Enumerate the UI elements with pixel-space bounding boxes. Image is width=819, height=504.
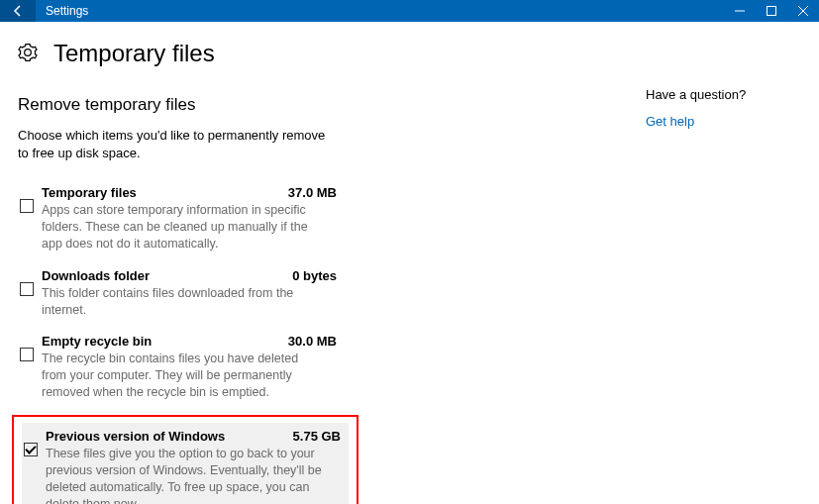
item-name: Empty recycle bin bbox=[42, 334, 152, 349]
svg-rect-1 bbox=[768, 7, 776, 16]
get-help-link[interactable]: Get help bbox=[646, 114, 801, 129]
page-title: Temporary files bbox=[53, 40, 215, 67]
list-item[interactable]: Downloads folder0 bytes This folder cont… bbox=[18, 262, 345, 329]
checkbox[interactable] bbox=[20, 282, 34, 296]
highlighted-region: Previous version of Windows5.75 GB These… bbox=[12, 415, 358, 504]
item-size: 37.0 MB bbox=[288, 185, 337, 200]
section-heading: Remove temporary files bbox=[18, 95, 622, 115]
maximize-button[interactable] bbox=[756, 0, 787, 22]
list-item[interactable]: Temporary files37.0 MB Apps can store te… bbox=[18, 179, 345, 262]
item-desc: The recycle bin contains files you have … bbox=[42, 351, 319, 401]
item-size: 0 bytes bbox=[292, 268, 337, 283]
checkbox[interactable] bbox=[24, 443, 38, 456]
gear-icon bbox=[18, 43, 38, 65]
section-instruction: Choose which items you'd like to permane… bbox=[18, 127, 335, 161]
item-size: 5.75 GB bbox=[293, 429, 341, 444]
checkbox[interactable] bbox=[20, 199, 34, 213]
checkbox[interactable] bbox=[20, 348, 34, 361]
back-button[interactable] bbox=[0, 0, 36, 22]
item-name: Downloads folder bbox=[42, 268, 150, 283]
sidebar-question: Have a question? bbox=[646, 87, 801, 102]
item-name: Temporary files bbox=[42, 185, 137, 200]
minimize-button[interactable] bbox=[724, 0, 756, 22]
close-button[interactable] bbox=[787, 0, 819, 22]
item-size: 30.0 MB bbox=[288, 334, 337, 349]
item-desc: These files give you the option to go ba… bbox=[46, 446, 323, 504]
item-desc: This folder contains files downloaded fr… bbox=[42, 285, 319, 319]
item-desc: Apps can store temporary information in … bbox=[42, 202, 319, 252]
list-item[interactable]: Previous version of Windows5.75 GB These… bbox=[22, 423, 349, 504]
item-name: Previous version of Windows bbox=[46, 429, 225, 444]
list-item[interactable]: Empty recycle bin30.0 MB The recycle bin… bbox=[18, 328, 345, 411]
window-title: Settings bbox=[46, 4, 88, 18]
